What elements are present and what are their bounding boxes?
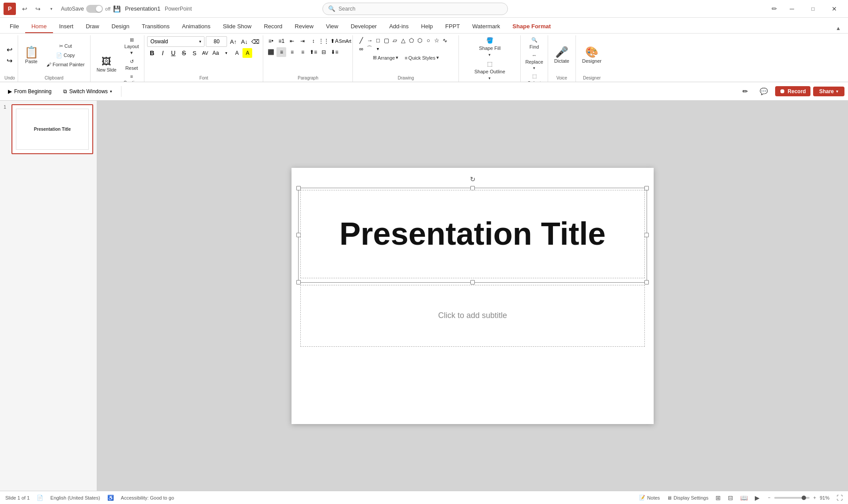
shadow-button[interactable]: S xyxy=(189,48,199,58)
font-size-selector[interactable]: 80 xyxy=(206,36,227,47)
slide-title-text[interactable]: Presentation Title xyxy=(340,216,606,251)
shape-connector[interactable]: ⌒ xyxy=(366,45,374,53)
shape-hexagon[interactable]: ⬡ xyxy=(416,36,424,44)
tab-slideshow[interactable]: Slide Show xyxy=(216,20,257,33)
view-normal-button[interactable]: ⊞ xyxy=(716,494,721,501)
arrange-button[interactable]: ⊞ Arrange▾ xyxy=(370,53,401,62)
quick-styles-button[interactable]: ≡ Quick Styles▾ xyxy=(402,53,442,62)
slide-thumbnail[interactable]: Presentation Title xyxy=(11,104,93,154)
highlight-color-button[interactable]: A xyxy=(242,48,252,58)
shape-more[interactable]: ▾ xyxy=(374,45,382,53)
tab-file[interactable]: File xyxy=(4,20,25,33)
italic-button[interactable]: I xyxy=(158,48,167,58)
tab-review[interactable]: Review xyxy=(288,20,320,33)
increase-indent-button[interactable]: ⇥ xyxy=(298,36,307,46)
pen-icon-btn[interactable]: ✏ xyxy=(738,86,753,97)
align-center-button[interactable]: ≡ xyxy=(276,47,286,57)
align-middle-button[interactable]: ⊟ xyxy=(319,47,329,57)
line-spacing-button[interactable]: ↕ xyxy=(308,36,318,46)
redo-button[interactable]: ↪ xyxy=(5,56,15,65)
from-beginning-button[interactable]: ▶ From Beginning xyxy=(4,87,56,96)
tab-draw[interactable]: Draw xyxy=(80,20,105,33)
comment-button[interactable]: 💬 xyxy=(755,86,772,97)
subtitle-placeholder-text[interactable]: Click to add subtitle xyxy=(438,311,507,320)
tab-record[interactable]: Record xyxy=(257,20,288,33)
strikethrough-button[interactable]: S xyxy=(179,48,189,58)
search-input[interactable] xyxy=(339,6,502,12)
shape-curve[interactable]: ∿ xyxy=(441,36,449,44)
shape-arrow[interactable]: → xyxy=(366,36,374,44)
zoom-in-button[interactable]: ＋ xyxy=(812,494,817,501)
format-painter-button[interactable]: 🖌Format Painter xyxy=(44,61,87,68)
justify-button[interactable]: ≡ xyxy=(298,47,307,57)
pen-tool-button[interactable]: ✏ xyxy=(768,3,781,15)
bold-button[interactable]: B xyxy=(147,48,157,58)
tab-watermark[interactable]: Watermark xyxy=(466,20,506,33)
shape-line[interactable]: ╱ xyxy=(357,36,365,44)
align-bottom-button[interactable]: ⬇≡ xyxy=(329,47,339,57)
convert-smartart-button[interactable]: SmArt xyxy=(340,36,350,46)
layout-button[interactable]: ⊞Layout▾ xyxy=(122,36,142,57)
view-reading-button[interactable]: 📖 xyxy=(740,494,748,501)
qa-dropdown[interactable]: ▾ xyxy=(45,3,57,15)
handle-top-right[interactable] xyxy=(644,186,649,190)
tab-animations[interactable]: Animations xyxy=(176,20,216,33)
text-direction-button[interactable]: ⬆A xyxy=(329,36,339,46)
font-name-selector[interactable]: Oswald▾ xyxy=(147,36,204,47)
bullets-button[interactable]: ≡• xyxy=(266,36,276,46)
tab-developer[interactable]: Developer xyxy=(344,20,383,33)
cut-button[interactable]: ✂Cut xyxy=(44,42,87,50)
handle-bot-right[interactable] xyxy=(644,280,649,284)
undo-button[interactable]: ↩ xyxy=(5,45,15,54)
notes-button[interactable]: 📝 Notes xyxy=(639,495,660,500)
tab-fppt[interactable]: FPPT xyxy=(439,20,466,33)
autosave-toggle[interactable] xyxy=(86,5,103,13)
dictate-button[interactable]: 🎤 Dictate xyxy=(551,45,573,65)
paste-button[interactable]: 📋 Paste xyxy=(21,45,42,66)
redo-button[interactable]: ↪ xyxy=(32,3,44,15)
find-button[interactable]: 🔍Find xyxy=(526,36,542,50)
view-slideshow-button[interactable]: ▶ xyxy=(755,494,760,501)
handle-mid-right[interactable] xyxy=(644,233,649,237)
shape-triangle[interactable]: △ xyxy=(399,36,407,44)
maximize-button[interactable]: □ xyxy=(803,2,823,15)
tab-view[interactable]: View xyxy=(320,20,344,33)
display-settings-button[interactable]: 🖥 Display Settings xyxy=(667,495,708,500)
new-slide-button[interactable]: 🖼 New Slide xyxy=(93,55,120,74)
change-case-button[interactable]: Aa xyxy=(211,48,220,58)
numbering-button[interactable]: ≡1 xyxy=(276,36,286,46)
fit-slide-button[interactable]: ⛶ xyxy=(837,494,843,501)
tab-help[interactable]: Help xyxy=(415,20,439,33)
change-case-dropdown[interactable]: ▾ xyxy=(221,48,231,58)
char-spacing-button[interactable]: AV xyxy=(200,48,210,58)
decrease-indent-button[interactable]: ⇤ xyxy=(287,36,297,46)
shape-freeform[interactable]: ∞ xyxy=(357,45,365,53)
record-button[interactable]: ⏺ Record xyxy=(775,86,810,96)
columns-button[interactable]: ⋮⋮ xyxy=(319,36,329,46)
tab-design[interactable]: Design xyxy=(106,20,136,33)
section-button[interactable]: ≡Section▾ xyxy=(122,73,142,82)
tab-addins[interactable]: Add-ins xyxy=(383,20,415,33)
slide-canvas[interactable]: ↻ Presentation Title Click to add subtit… xyxy=(292,168,654,424)
undo-button[interactable]: ↩ xyxy=(19,3,31,15)
tab-shapeformat[interactable]: Shape Format xyxy=(506,20,557,33)
handle-bot-left[interactable] xyxy=(296,280,301,284)
shape-outline-button[interactable]: ⬚ Shape Outline▾ xyxy=(473,60,507,81)
rotate-handle[interactable]: ↻ xyxy=(469,176,476,183)
shape-circle[interactable]: ○ xyxy=(424,36,432,44)
tab-home[interactable]: Home xyxy=(25,20,53,33)
close-button[interactable]: ✕ xyxy=(824,2,844,15)
shape-star[interactable]: ☆ xyxy=(433,36,441,44)
copy-button[interactable]: 📄Copy xyxy=(44,51,87,60)
shape-rect[interactable]: □ xyxy=(374,36,382,44)
shape-fill-button[interactable]: 🪣 Shape Fill▾ xyxy=(477,36,502,58)
switch-windows-button[interactable]: ⧉ Switch Windows ▾ xyxy=(59,87,117,96)
title-textbox[interactable]: Presentation Title xyxy=(300,190,645,278)
search-box[interactable]: 🔍 xyxy=(322,3,508,15)
zoom-slider[interactable] xyxy=(774,497,810,499)
increase-font-btn[interactable]: A↑ xyxy=(228,37,238,46)
shape-pentagon[interactable]: ⬠ xyxy=(408,36,416,44)
handle-bot-center[interactable] xyxy=(470,280,475,284)
minimize-button[interactable]: ─ xyxy=(782,2,802,15)
select-button[interactable]: ⬚Select▾ xyxy=(526,72,543,82)
